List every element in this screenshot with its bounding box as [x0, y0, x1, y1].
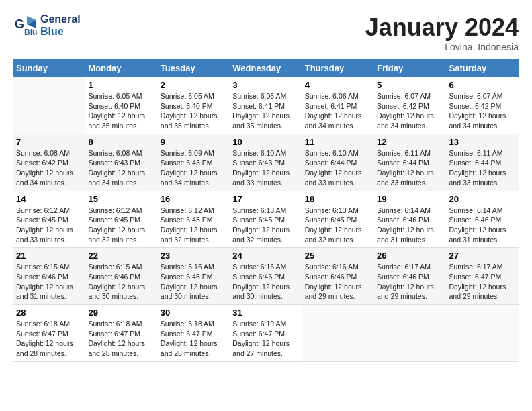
calendar-cell: 3Sunrise: 6:06 AMSunset: 6:41 PMDaylight… [230, 77, 302, 134]
week-row-2: 7Sunrise: 6:08 AMSunset: 6:42 PMDaylight… [13, 134, 519, 191]
day-info: Sunrise: 6:18 AMSunset: 6:47 PMDaylight:… [161, 319, 227, 359]
day-info: Sunrise: 6:09 AMSunset: 6:43 PMDaylight:… [161, 148, 227, 188]
day-header-wednesday: Wednesday [230, 59, 302, 77]
day-number: 29 [88, 308, 154, 318]
day-info: Sunrise: 6:07 AMSunset: 6:42 PMDaylight:… [449, 91, 516, 131]
day-info: Sunrise: 6:12 AMSunset: 6:45 PMDaylight:… [16, 205, 83, 245]
logo-blue: Blue [40, 26, 81, 38]
calendar-cell: 30Sunrise: 6:18 AMSunset: 6:47 PMDayligh… [158, 305, 230, 362]
day-number: 4 [305, 80, 371, 90]
calendar-cell: 25Sunrise: 6:16 AMSunset: 6:46 PMDayligh… [302, 248, 374, 305]
day-number: 31 [232, 308, 299, 318]
day-info: Sunrise: 6:18 AMSunset: 6:47 PMDaylight:… [16, 319, 83, 359]
day-info: Sunrise: 6:12 AMSunset: 6:45 PMDaylight:… [161, 205, 227, 245]
calendar-cell: 13Sunrise: 6:11 AMSunset: 6:44 PMDayligh… [447, 134, 519, 191]
day-info: Sunrise: 6:05 AMSunset: 6:40 PMDaylight:… [88, 91, 154, 131]
day-info: Sunrise: 6:13 AMSunset: 6:45 PMDaylight:… [232, 205, 299, 245]
day-number: 1 [88, 80, 154, 90]
calendar-cell: 23Sunrise: 6:16 AMSunset: 6:46 PMDayligh… [158, 248, 230, 305]
calendar-cell: 17Sunrise: 6:13 AMSunset: 6:45 PMDayligh… [230, 191, 302, 248]
week-row-3: 14Sunrise: 6:12 AMSunset: 6:45 PMDayligh… [13, 191, 519, 248]
calendar-cell [302, 305, 374, 362]
logo: G Blue General Blue [13, 13, 81, 38]
day-number: 30 [161, 308, 227, 318]
logo-general: General [40, 13, 81, 26]
day-info: Sunrise: 6:06 AMSunset: 6:41 PMDaylight:… [232, 91, 299, 131]
calendar-cell: 6Sunrise: 6:07 AMSunset: 6:42 PMDaylight… [447, 77, 519, 134]
calendar-cell: 7Sunrise: 6:08 AMSunset: 6:42 PMDaylight… [13, 134, 85, 191]
month-title: January 2024 [365, 13, 519, 42]
day-number: 20 [449, 194, 516, 204]
day-number: 19 [377, 194, 443, 204]
calendar-cell [13, 77, 85, 134]
calendar-cell: 26Sunrise: 6:17 AMSunset: 6:46 PMDayligh… [374, 248, 446, 305]
day-number: 12 [377, 137, 443, 147]
day-header-friday: Friday [374, 59, 446, 77]
day-number: 25 [305, 250, 371, 261]
day-number: 22 [88, 250, 154, 261]
day-info: Sunrise: 6:18 AMSunset: 6:47 PMDaylight:… [88, 319, 154, 359]
location: Lovina, Indonesia [365, 42, 519, 52]
calendar-cell: 19Sunrise: 6:14 AMSunset: 6:46 PMDayligh… [374, 191, 446, 248]
calendar-cell: 28Sunrise: 6:18 AMSunset: 6:47 PMDayligh… [13, 305, 85, 362]
calendar-cell: 27Sunrise: 6:17 AMSunset: 6:47 PMDayligh… [447, 248, 519, 305]
calendar-cell: 24Sunrise: 6:16 AMSunset: 6:46 PMDayligh… [230, 248, 302, 305]
calendar-cell: 2Sunrise: 6:05 AMSunset: 6:40 PMDaylight… [158, 77, 230, 134]
calendar-cell: 8Sunrise: 6:08 AMSunset: 6:43 PMDaylight… [85, 134, 157, 191]
day-header-sunday: Sunday [13, 59, 85, 77]
day-number: 14 [16, 194, 83, 204]
day-number: 10 [232, 137, 299, 147]
calendar-cell: 15Sunrise: 6:12 AMSunset: 6:45 PMDayligh… [85, 191, 157, 248]
day-header-tuesday: Tuesday [158, 59, 230, 77]
calendar-cell: 9Sunrise: 6:09 AMSunset: 6:43 PMDaylight… [158, 134, 230, 191]
day-info: Sunrise: 6:10 AMSunset: 6:43 PMDaylight:… [232, 148, 299, 188]
day-number: 26 [377, 250, 443, 261]
calendar-cell: 31Sunrise: 6:19 AMSunset: 6:47 PMDayligh… [230, 305, 302, 362]
day-number: 15 [88, 194, 154, 204]
day-info: Sunrise: 6:14 AMSunset: 6:46 PMDaylight:… [449, 205, 516, 245]
calendar-cell [447, 305, 519, 362]
day-info: Sunrise: 6:11 AMSunset: 6:44 PMDaylight:… [377, 148, 443, 188]
day-number: 5 [377, 80, 443, 90]
day-info: Sunrise: 6:05 AMSunset: 6:40 PMDaylight:… [161, 91, 227, 131]
day-info: Sunrise: 6:14 AMSunset: 6:46 PMDaylight:… [377, 205, 443, 245]
day-number: 21 [16, 250, 83, 261]
day-header-thursday: Thursday [302, 59, 374, 77]
calendar-cell: 16Sunrise: 6:12 AMSunset: 6:45 PMDayligh… [158, 191, 230, 248]
calendar-cell: 12Sunrise: 6:11 AMSunset: 6:44 PMDayligh… [374, 134, 446, 191]
day-number: 23 [161, 250, 227, 261]
day-info: Sunrise: 6:10 AMSunset: 6:44 PMDaylight:… [305, 148, 371, 188]
day-number: 27 [449, 250, 516, 261]
day-number: 18 [305, 194, 371, 204]
days-header-row: SundayMondayTuesdayWednesdayThursdayFrid… [13, 59, 519, 77]
svg-text:G: G [15, 17, 24, 31]
day-info: Sunrise: 6:13 AMSunset: 6:45 PMDaylight:… [305, 205, 371, 245]
day-header-saturday: Saturday [447, 59, 519, 77]
day-info: Sunrise: 6:15 AMSunset: 6:46 PMDaylight:… [16, 262, 83, 302]
day-number: 8 [88, 137, 154, 147]
calendar-cell [374, 305, 446, 362]
page-header: G Blue General Blue January 2024 Lovina,… [13, 13, 519, 52]
day-number: 2 [161, 80, 227, 90]
calendar-cell: 14Sunrise: 6:12 AMSunset: 6:45 PMDayligh… [13, 191, 85, 248]
day-info: Sunrise: 6:16 AMSunset: 6:46 PMDaylight:… [161, 262, 227, 302]
logo-icon: G Blue [13, 13, 38, 38]
day-info: Sunrise: 6:08 AMSunset: 6:42 PMDaylight:… [16, 148, 83, 188]
day-info: Sunrise: 6:15 AMSunset: 6:46 PMDaylight:… [88, 262, 154, 302]
calendar-cell: 11Sunrise: 6:10 AMSunset: 6:44 PMDayligh… [302, 134, 374, 191]
day-info: Sunrise: 6:16 AMSunset: 6:46 PMDaylight:… [232, 262, 299, 302]
day-number: 3 [232, 80, 299, 90]
day-number: 16 [161, 194, 227, 204]
day-info: Sunrise: 6:16 AMSunset: 6:46 PMDaylight:… [305, 262, 371, 302]
calendar-cell: 21Sunrise: 6:15 AMSunset: 6:46 PMDayligh… [13, 248, 85, 305]
day-info: Sunrise: 6:08 AMSunset: 6:43 PMDaylight:… [88, 148, 154, 188]
day-info: Sunrise: 6:17 AMSunset: 6:47 PMDaylight:… [449, 262, 516, 302]
day-number: 13 [449, 137, 516, 147]
calendar-cell: 18Sunrise: 6:13 AMSunset: 6:45 PMDayligh… [302, 191, 374, 248]
day-info: Sunrise: 6:07 AMSunset: 6:42 PMDaylight:… [377, 91, 443, 131]
day-number: 9 [161, 137, 227, 147]
day-info: Sunrise: 6:19 AMSunset: 6:47 PMDaylight:… [232, 319, 299, 359]
day-info: Sunrise: 6:12 AMSunset: 6:45 PMDaylight:… [88, 205, 154, 245]
day-number: 11 [305, 137, 371, 147]
week-row-1: 1Sunrise: 6:05 AMSunset: 6:40 PMDaylight… [13, 77, 519, 134]
